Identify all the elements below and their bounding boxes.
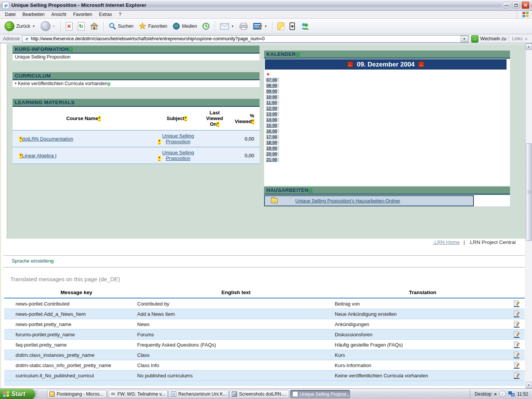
search-button[interactable]: Suchen — [106, 21, 136, 31]
refresh-button[interactable]: ↻ — [76, 21, 87, 32]
add-event-button[interactable]: + — [266, 72, 270, 76]
language-translate-link[interactable]: o — [51, 258, 54, 264]
desktop-toolbar-label[interactable]: Desktop — [475, 391, 491, 397]
desktop-chevron-icon[interactable]: » — [494, 391, 497, 397]
scrollbar-thumb[interactable] — [526, 143, 532, 241]
forward-dropdown-icon[interactable]: ▼ — [52, 25, 55, 28]
media-button[interactable]: Medien — [170, 21, 199, 31]
hausarbeiten-translate-link[interactable]: O — [309, 187, 313, 193]
lrn-project-central-link[interactable]: .LRN Project Central — [469, 239, 516, 245]
hausarbeiten-folder-link[interactable]: Unique Selling Proposition's Hausarbeite… — [295, 198, 400, 204]
col-header-subject[interactable]: Subject* — [154, 107, 199, 130]
time-slot-link[interactable]: 15:00 — [266, 123, 279, 128]
time-slot-link[interactable]: 10:00 — [266, 95, 279, 99]
scroll-down-button[interactable]: ▼ — [526, 382, 532, 388]
history-button[interactable] — [200, 21, 212, 31]
notes-button[interactable] — [275, 21, 287, 31]
edit-translation-link[interactable] — [514, 372, 519, 379]
tray-separator[interactable] — [470, 390, 472, 398]
minimize-button[interactable]: — — [502, 1, 511, 9]
edit-translation-link[interactable] — [514, 352, 519, 358]
mail-button[interactable]: ▼ — [218, 22, 236, 31]
translate-star-link[interactable]: * — [98, 116, 101, 121]
edit-button[interactable]: ▼ — [251, 22, 269, 31]
edit-translation-link[interactable] — [514, 321, 519, 328]
menu-item[interactable]: Favoriten — [70, 11, 95, 18]
hide-tray-icons-button[interactable]: ‹ — [499, 391, 506, 397]
time-slot-link[interactable]: 13:00 — [266, 112, 279, 116]
menu-item[interactable]: Extras — [95, 11, 115, 18]
edit-translation-link[interactable] — [514, 331, 519, 338]
vertical-scrollbar[interactable]: ▲ ▼ — [526, 43, 532, 388]
restore-button[interactable] — [512, 1, 520, 9]
time-slot-link[interactable]: 07:00 — [266, 78, 279, 82]
forward-button[interactable]: → ▼ — [38, 20, 58, 32]
links-chevron-icon[interactable]: » — [525, 36, 527, 41]
col-header-last-viewed[interactable]: Last Viewed On* — [200, 107, 230, 130]
home-button[interactable] — [88, 21, 101, 31]
edit-translation-link[interactable] — [514, 310, 519, 317]
go-button[interactable]: → Wechseln zu — [471, 35, 506, 43]
time-slot-link[interactable]: 16:00 — [266, 129, 279, 133]
address-dropdown-button[interactable]: ▼ — [461, 36, 468, 42]
edit-translation-link[interactable] — [514, 362, 519, 369]
translate-star-link[interactable]: * — [184, 116, 187, 121]
menu-item[interactable]: Bearbeiten — [19, 11, 48, 18]
next-day-button[interactable]: → — [418, 62, 424, 67]
translate-star-link[interactable]: * — [158, 139, 161, 144]
task-button[interactable]: Posteingang - Micros... — [47, 390, 107, 398]
lrn-home-link[interactable]: .LRN Home — [433, 239, 460, 245]
course-link[interactable]: Linear Algebra I — [22, 153, 57, 158]
time-slot-link[interactable]: 19:00 — [266, 146, 279, 150]
stop-button[interactable]: ✕ — [63, 21, 75, 32]
prev-day-button[interactable]: ← — [347, 62, 353, 67]
task-button[interactable]: FW: WG: Teilnahme v... — [108, 390, 168, 398]
task-button[interactable]: Screenshots dotLRN.... — [230, 390, 289, 398]
task-button[interactable]: Unique Selling Proposi... — [290, 390, 350, 398]
translate-star-link[interactable]: * — [217, 122, 219, 127]
network-tray-icon[interactable] — [508, 391, 515, 396]
course-link[interactable]: dotLRN Documentation — [22, 136, 73, 142]
scroll-up-button[interactable]: ▲ — [526, 43, 532, 50]
col-header-pct-viewed[interactable]: % Viewed* — [230, 107, 260, 130]
col-header-course-name[interactable]: Course Name* — [13, 107, 154, 130]
address-input[interactable] — [31, 36, 461, 41]
time-slot-link[interactable]: 14:00 — [266, 117, 279, 122]
kalender-translate-link[interactable]: O — [296, 51, 300, 57]
set-language-link[interactable]: Sprache einstellen — [12, 258, 51, 264]
menu-item[interactable]: ? — [115, 11, 125, 18]
subject-link[interactable]: Unique Selling Proposition — [161, 150, 196, 161]
time-slot-link[interactable]: 12:00 — [266, 106, 279, 111]
edit-translation-link[interactable] — [514, 341, 519, 348]
time-slot-link[interactable]: 20:00 — [266, 152, 279, 156]
edit-translation-link[interactable] — [514, 300, 519, 307]
quick-launch-separator[interactable] — [36, 390, 40, 398]
links-toolbar[interactable]: Links » — [508, 35, 530, 42]
menu-item[interactable]: Datei — [2, 11, 19, 18]
kurs-information-translate-link[interactable]: O — [69, 46, 73, 52]
messenger-button[interactable] — [298, 21, 312, 31]
translate-star-link[interactable]: * — [158, 156, 161, 161]
messenger-device-button[interactable]: ✱ — [287, 21, 297, 31]
back-button[interactable]: ← Zurück ▼ — [2, 20, 38, 32]
time-slot-link[interactable]: 11:00 — [266, 100, 279, 105]
edit-dropdown-icon[interactable]: ▼ — [264, 25, 267, 28]
time-slot-link[interactable]: 09:00 — [266, 89, 279, 93]
time-slot-link[interactable]: 18:00 — [266, 140, 279, 145]
translate-star-link[interactable]: * — [252, 119, 254, 124]
mail-dropdown-icon[interactable]: ▼ — [231, 25, 234, 28]
subject-link[interactable]: Unique Selling Proposition — [161, 133, 196, 144]
favorites-button[interactable]: ★ Favoriten — [136, 21, 169, 31]
time-slot-link[interactable]: 08:00 — [266, 83, 279, 88]
print-button[interactable] — [237, 22, 250, 31]
close-button[interactable]: ✕ — [521, 1, 530, 9]
back-dropdown-icon[interactable]: ▼ — [32, 25, 35, 28]
time-slot-link[interactable]: 17:00 — [266, 135, 279, 139]
menu-item[interactable]: Ansicht — [48, 11, 70, 18]
start-button[interactable]: Start — [0, 389, 35, 399]
curriculum-translate-link[interactable]: o — [108, 81, 111, 86]
translate-star-link[interactable]: * — [19, 136, 22, 142]
time-slot-link[interactable]: 21:00 — [266, 157, 279, 162]
task-button[interactable]: Rechenzentrum Uni K... — [169, 390, 228, 398]
translate-star-link[interactable]: * — [19, 153, 22, 158]
